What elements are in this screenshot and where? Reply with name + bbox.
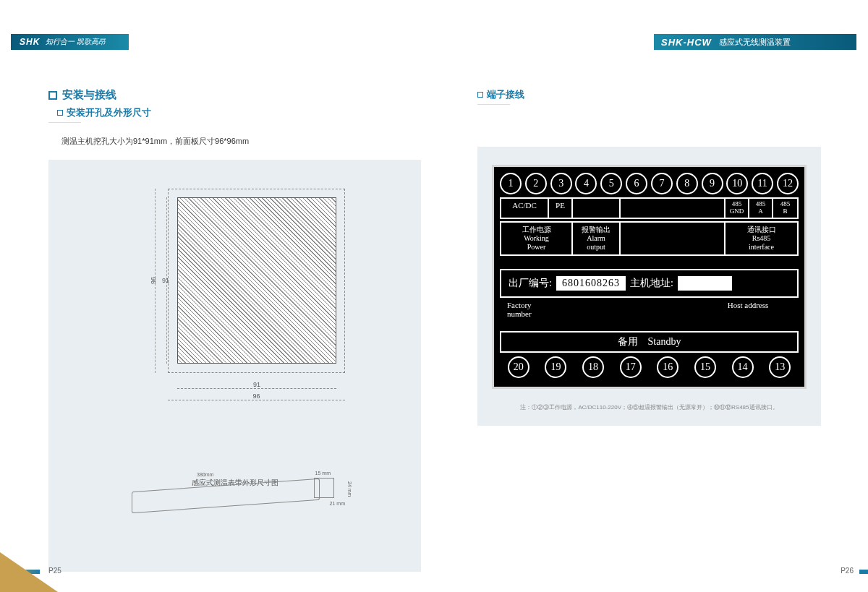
right-title: 端子接线 — [477, 88, 821, 101]
belt-24: 24 mm — [347, 481, 352, 497]
addr-label: 主机地址: — [630, 277, 673, 290]
terminal-panel: 1 2 3 4 5 6 7 8 9 10 11 12 AC/DC PE 485 … — [477, 147, 821, 426]
serial-value: 6801608263 — [556, 276, 626, 291]
bottom-terminal-row: 20 19 18 17 16 15 14 13 — [500, 356, 799, 378]
power-cell: 工作电源 Working Power — [501, 223, 573, 254]
terminal-5: 5 — [600, 173, 622, 194]
serial-label: 出厂编号: — [509, 277, 552, 290]
serial-sublabel: Factory number Host address — [500, 301, 799, 322]
dim-91-h: 91 — [177, 381, 336, 389]
product: 感应式无线测温装置 — [719, 37, 791, 48]
terminal-16: 16 — [657, 356, 678, 378]
gnd-cell: 485 GND — [726, 199, 749, 218]
blank-cell — [621, 199, 726, 218]
divider — [48, 122, 81, 123]
terminal-6: 6 — [626, 173, 647, 194]
dimension-diagram: 96 91 91 96 — [81, 181, 388, 442]
title-text: 安装与接线 — [62, 88, 116, 102]
terminal-15: 15 — [694, 356, 716, 378]
alarm-cell: 报警输出 Alarm output — [573, 223, 621, 254]
belt-15: 15 mm — [315, 471, 331, 476]
dim-96-h: 96 — [168, 392, 345, 400]
standby-row: 备用 Standby — [500, 331, 799, 353]
terminal-8: 8 — [676, 173, 698, 194]
terminal-9: 9 — [702, 173, 723, 194]
terminal-grid-1: AC/DC PE 485 GND 485 A 485 B — [500, 197, 799, 219]
footnote: 注：①②③工作电源，AC/DC110-220V；④⑤超温报警输出（无源常开）；⑩… — [492, 403, 807, 411]
belt-380: 380mm — [197, 472, 213, 477]
square-icon — [48, 91, 57, 100]
divider — [477, 104, 510, 105]
slogan: 知行合一 凯歌高昂 — [46, 37, 106, 47]
serial-row: 出厂编号: 6801608263 主机地址: — [500, 269, 799, 298]
brand: SHK — [20, 37, 40, 47]
terminal-1: 1 — [500, 173, 522, 194]
header-left: SHK 知行合一 凯歌高昂 — [11, 34, 129, 50]
header-right: SHK-HCW 感应式无线测温装置 — [654, 34, 856, 50]
belt-diagram: 380mm 15 mm 24 mm 21 mm 感应式测温表带外形尺寸图 — [81, 478, 388, 557]
terminal-13: 13 — [769, 356, 791, 378]
terminal-17: 17 — [620, 356, 642, 378]
terminal-grid-2: 工作电源 Working Power 报警输出 Alarm output 通讯接… — [500, 221, 799, 256]
485a-cell: 485 A — [749, 199, 773, 218]
belt-21: 21 mm — [330, 501, 345, 506]
terminal-20: 20 — [508, 356, 529, 378]
blank-cell — [573, 199, 621, 218]
subtitle-text: 安装开孔及外形尺寸 — [67, 106, 151, 119]
square-icon — [57, 110, 63, 116]
right-title-text: 端子接线 — [487, 88, 524, 101]
terminal-3: 3 — [550, 173, 572, 194]
addr-blank — [678, 276, 732, 291]
terminal-10: 10 — [726, 173, 748, 194]
terminal-2: 2 — [525, 173, 547, 194]
dim-96-v: 96 — [150, 189, 157, 373]
terminal-7: 7 — [651, 173, 673, 194]
terminal-11: 11 — [752, 173, 773, 194]
model: SHK-HCW — [661, 37, 712, 48]
section-title: 安装与接线 — [48, 88, 421, 102]
comm-cell: 通讯接口 Rs485 interface — [726, 223, 797, 254]
description: 测温主机挖孔大小为91*91mm，前面板尺寸96*96mm — [61, 136, 421, 147]
485b-cell: 485 B — [773, 199, 797, 218]
top-terminal-row: 1 2 3 4 5 6 7 8 9 10 11 12 — [500, 173, 799, 194]
dim-91-v: 91 — [162, 197, 169, 364]
terminal-label-plate: 1 2 3 4 5 6 7 8 9 10 11 12 AC/DC PE 485 … — [494, 167, 804, 387]
terminal-12: 12 — [777, 173, 799, 194]
acdc-cell: AC/DC — [501, 199, 549, 218]
blank-cell — [621, 223, 726, 254]
corner-decoration — [0, 552, 58, 592]
pe-cell: PE — [549, 199, 573, 218]
terminal-19: 19 — [545, 356, 566, 378]
sub-title: 安装开孔及外形尺寸 — [57, 106, 421, 119]
square-icon — [477, 92, 483, 98]
terminal-4: 4 — [575, 173, 597, 194]
page-number-right: P26 — [841, 567, 854, 575]
diagram-panel: 96 91 91 96 380mm 15 mm 24 mm 21 mm 感应式测… — [48, 160, 421, 572]
terminal-18: 18 — [582, 356, 604, 378]
terminal-14: 14 — [732, 356, 754, 378]
